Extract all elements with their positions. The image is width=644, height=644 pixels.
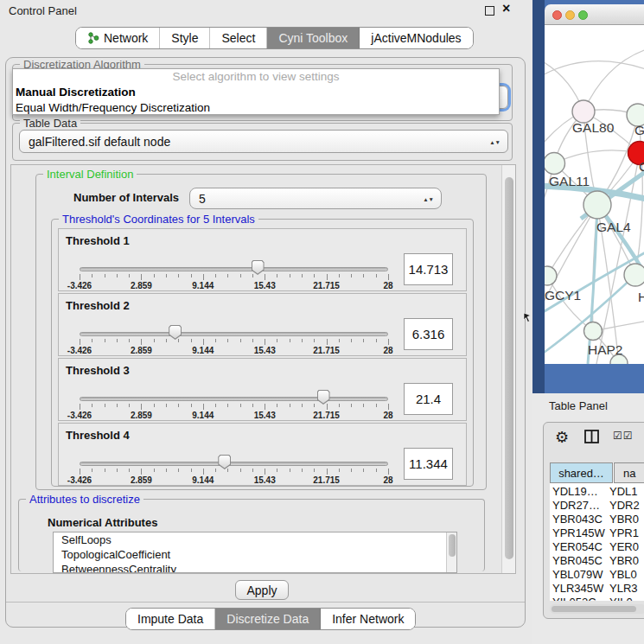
threshold-2-panel: Threshold 2 -3.4262.8599.14415.4321.7152… bbox=[58, 293, 467, 356]
table-panel-title: Table Panel bbox=[549, 399, 608, 412]
table-row[interactable]: YPR145WYPR1 bbox=[550, 526, 644, 540]
checkbox-icons[interactable]: ☑☑ bbox=[613, 430, 634, 442]
numerical-attributes-title: Numerical Attributes bbox=[48, 516, 157, 529]
node-gcy1 bbox=[545, 266, 557, 285]
tab-network[interactable]: Network bbox=[76, 28, 160, 48]
tab-cyni-toolbox[interactable]: Cyni Toolbox bbox=[267, 28, 360, 48]
table-row[interactable]: YDR27…YDR2 bbox=[550, 499, 644, 513]
list-scrollbar[interactable] bbox=[446, 532, 456, 572]
tab-jactivemnodules[interactable]: jActiveMNodules bbox=[360, 28, 472, 48]
network-icon bbox=[87, 32, 99, 44]
threshold-4-slider-track[interactable] bbox=[80, 462, 388, 466]
option-equal-width-frequency[interactable]: Equal Width/Frequency Discretization bbox=[13, 100, 499, 116]
node-h-partial bbox=[624, 264, 644, 286]
minimize-traffic-light-icon[interactable] bbox=[565, 10, 575, 20]
node-table: shared… na YDL19…YDL1YDR27…YDR2YBR043CYB… bbox=[550, 462, 644, 601]
number-of-intervals-combobox[interactable]: 5 ▲▼ bbox=[189, 188, 442, 209]
table-panel-box: ⚙ ☑☑ shared… na YDL19…YDL1YDR27…YDR2YBR0… bbox=[543, 422, 644, 619]
threshold-3-slider-track[interactable] bbox=[80, 397, 388, 401]
desktop-edge bbox=[532, 0, 545, 393]
tab-network-label: Network bbox=[104, 31, 148, 45]
table-row[interactable]: YBR043CYBR0 bbox=[550, 513, 644, 526]
node-gal11 bbox=[545, 153, 565, 175]
attribute-item[interactable]: TopologicalCoefficient bbox=[54, 547, 456, 562]
control-panel-tabs: Network Style Select Cyni Toolbox jActiv… bbox=[75, 27, 474, 49]
table-row[interactable]: YIL052CYIL0 bbox=[550, 596, 644, 601]
table-row[interactable]: YER054CYER0 bbox=[550, 540, 644, 554]
table-row[interactable]: YBL079WYBL0 bbox=[550, 568, 644, 582]
tab-infer-network[interactable]: Infer Network bbox=[321, 609, 415, 629]
network-window-titlebar[interactable] bbox=[545, 4, 644, 25]
thresholds-group-label: Threshold's Coordinates for 5 Intervals bbox=[59, 213, 258, 226]
threshold-1-slider-track[interactable] bbox=[80, 267, 388, 271]
network-window: GAL80 GA C GAL11 GAL4 GCY1 H HAP2 bbox=[545, 4, 644, 364]
node-hap2 bbox=[584, 322, 603, 341]
horizontal-scrollbar[interactable] bbox=[550, 604, 644, 614]
control-panel: Control Panel × Network Style Select Cyn… bbox=[0, 0, 532, 644]
close-icon[interactable]: × bbox=[502, 1, 510, 16]
combo-arrows-icon: ▲▼ bbox=[423, 196, 434, 201]
panel-title: Control Panel bbox=[9, 4, 77, 17]
threshold-1-panel: Threshold 1 -3.4262.8599.14415.4321.7152… bbox=[58, 228, 467, 291]
threshold-4-slider-thumb[interactable] bbox=[218, 455, 231, 469]
gear-icon[interactable]: ⚙ bbox=[555, 428, 569, 447]
label-gal80: GAL80 bbox=[572, 120, 615, 135]
apply-button[interactable]: Apply bbox=[235, 580, 289, 600]
label-partial-right: H bbox=[638, 290, 644, 304]
threshold-3-slider-thumb[interactable] bbox=[317, 390, 330, 405]
threshold-2-label: Threshold 2 bbox=[66, 299, 130, 312]
label-gal4: GAL4 bbox=[596, 220, 631, 234]
node-gal4 bbox=[583, 191, 611, 219]
horizontal-scrollbar-thumb[interactable] bbox=[552, 606, 636, 612]
tab-discretize-data[interactable]: Discretize Data bbox=[215, 609, 321, 629]
table-body: YDL19…YDL1YDR27…YDR2YBR043CYBR0YPR145WYP… bbox=[550, 485, 644, 601]
label-partial-red: C bbox=[639, 159, 644, 174]
algorithm-placeholder: Select algorithm to view settings bbox=[13, 69, 499, 85]
attributes-group-label: Attributes to discretize bbox=[26, 493, 143, 506]
scrollbar-thumb[interactable] bbox=[505, 177, 513, 559]
attribute-item[interactable]: SelfLoops bbox=[54, 532, 456, 547]
attribute-item[interactable]: BetweennessCentrality bbox=[54, 562, 456, 573]
float-window-icon[interactable] bbox=[485, 6, 494, 16]
network-canvas[interactable]: GAL80 GA C GAL11 GAL4 GCY1 H HAP2 bbox=[545, 25, 644, 364]
network-graph: GAL80 GA C GAL11 GAL4 GCY1 H HAP2 bbox=[545, 25, 644, 364]
zoom-traffic-light-icon[interactable] bbox=[578, 10, 588, 20]
interval-definition-label: Interval Definition bbox=[43, 168, 137, 181]
label-gcy1: GCY1 bbox=[545, 288, 581, 303]
settings-scroll-panel: Interval Definition Number of Intervals … bbox=[10, 164, 516, 574]
threshold-2-slider-thumb[interactable] bbox=[169, 325, 182, 340]
tab-select[interactable]: Select bbox=[210, 28, 267, 48]
algorithm-dropdown-popup: Select algorithm to view settings Manual… bbox=[12, 68, 500, 115]
label-partial-top: GA bbox=[634, 123, 644, 137]
column-header-name[interactable]: na bbox=[614, 462, 644, 483]
table-row[interactable]: YBR045CYBR0 bbox=[550, 554, 644, 568]
threshold-1-value-field[interactable]: 14.713 bbox=[404, 253, 453, 285]
column-header-shared[interactable]: shared… bbox=[550, 462, 613, 483]
bottom-tabs: Impute Data Discretize Data Infer Networ… bbox=[125, 608, 416, 630]
tab-style[interactable]: Style bbox=[160, 28, 210, 48]
vertical-scrollbar[interactable] bbox=[501, 165, 516, 573]
close-traffic-light-icon[interactable] bbox=[552, 10, 562, 20]
threshold-4-panel: Threshold 4 -3.4262.8599.14415.4321.7152… bbox=[58, 423, 467, 486]
threshold-2-value-field[interactable]: 6.316 bbox=[404, 318, 453, 350]
threshold-2-slider-track[interactable] bbox=[80, 332, 388, 336]
numerical-attributes-list[interactable]: SelfLoopsTopologicalCoefficientBetweenne… bbox=[53, 532, 457, 573]
table-row[interactable]: YDL19…YDL1 bbox=[550, 485, 644, 499]
number-of-intervals-label: Number of Intervals bbox=[73, 191, 179, 204]
table-row[interactable]: YLR345WYLR3 bbox=[550, 582, 644, 596]
list-scrollbar-thumb[interactable] bbox=[449, 534, 456, 557]
tab-impute-data[interactable]: Impute Data bbox=[126, 609, 215, 629]
table-data-combobox[interactable]: galFiltered.sif default node ▲▼ bbox=[19, 130, 508, 153]
column-layout-icon[interactable] bbox=[584, 430, 599, 443]
threshold-1-label: Threshold 1 bbox=[66, 234, 130, 247]
threshold-1-slider-thumb[interactable] bbox=[252, 260, 265, 275]
threshold-4-value-field[interactable]: 11.344 bbox=[404, 448, 453, 480]
table-panel-area: Table Panel ⚙ ☑☑ shared… na YDL19…YDL1YD… bbox=[532, 393, 644, 644]
threshold-3-panel: Threshold 3 -3.4262.8599.14415.4321.7152… bbox=[58, 358, 467, 421]
threshold-3-value-field[interactable]: 21.4 bbox=[404, 383, 453, 415]
network-view-area: GAL80 GA C GAL11 GAL4 GCY1 H HAP2 bbox=[532, 0, 644, 393]
threshold-4-label: Threshold 4 bbox=[66, 429, 130, 442]
option-manual-discretization[interactable]: Manual Discretization bbox=[13, 85, 499, 100]
number-of-intervals-value: 5 bbox=[199, 192, 206, 206]
label-gal11: GAL11 bbox=[549, 174, 590, 188]
